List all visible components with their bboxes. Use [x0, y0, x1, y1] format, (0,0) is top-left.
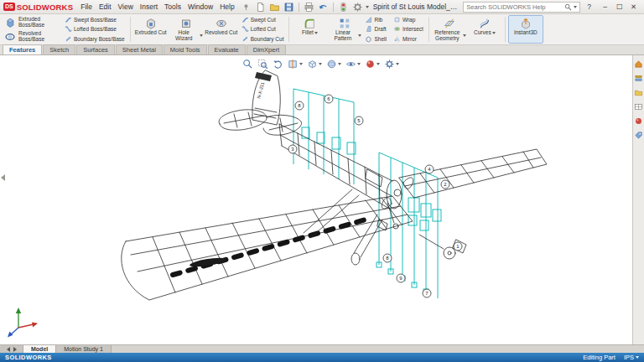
- quick-access-toolbar: [254, 1, 369, 13]
- ribbon-button-revolved-cut[interactable]: Revolved Cut: [204, 15, 239, 44]
- ribbon-button-linear-pattern[interactable]: Linear Pattern: [327, 15, 362, 44]
- menu-insert[interactable]: Insert: [137, 2, 161, 12]
- custom-properties-icon[interactable]: [634, 130, 644, 140]
- callout-balloons[interactable]: 8 6 5 3 4 2 8 9 7 1: [288, 95, 462, 297]
- display-style-icon[interactable]: [325, 58, 343, 70]
- ribbon-button-intersect[interactable]: Intersect: [391, 24, 426, 34]
- tab-scroll-buttons[interactable]: [0, 345, 23, 353]
- pin-menu-icon[interactable]: [242, 3, 250, 11]
- ribbon-button-extruded-cut[interactable]: Extruded Cut: [133, 15, 169, 44]
- view-orientation-icon[interactable]: [305, 58, 324, 70]
- featuremanager-collapse-arrow[interactable]: [1, 174, 5, 181]
- chevron-down-icon[interactable]: [319, 63, 322, 65]
- ribbon-button-extruded-boss[interactable]: Extruded Boss/Base: [2, 16, 62, 29]
- open-icon[interactable]: [268, 1, 281, 13]
- help-icon[interactable]: ?: [584, 3, 594, 11]
- ribbon-button-revolved-boss[interactable]: Revolved Boss/Base: [2, 30, 62, 44]
- design-library-icon[interactable]: [634, 73, 644, 83]
- chevron-down-icon[interactable]: [338, 63, 341, 65]
- save-icon[interactable]: [283, 1, 295, 13]
- ribbon-button-instant3d[interactable]: Instant3D: [508, 15, 543, 44]
- graphics-area[interactable]: N-X-211 8 6 5 3 4 2 8 9 7 1: [0, 55, 644, 344]
- search-icon[interactable]: [564, 3, 572, 11]
- tab-surfaces[interactable]: Surfaces: [76, 44, 115, 54]
- zoom-to-area-icon[interactable]: [256, 58, 270, 70]
- chevron-down-icon[interactable]: [574, 6, 577, 8]
- menu-view[interactable]: View: [115, 2, 137, 12]
- options-gear-icon[interactable]: [351, 1, 364, 13]
- chevron-down-icon[interactable]: [377, 63, 380, 65]
- tab-features[interactable]: Features: [3, 44, 42, 54]
- zoom-to-fit-icon[interactable]: [241, 58, 255, 70]
- chevron-down-icon[interactable]: [396, 63, 399, 65]
- mirror-icon: [393, 35, 401, 43]
- tab-evaluate[interactable]: Evaluate: [208, 44, 246, 54]
- tab-sheet-metal[interactable]: Sheet Metal: [116, 44, 163, 54]
- section-view-icon[interactable]: [286, 58, 304, 70]
- rebuild-icon[interactable]: [337, 1, 350, 13]
- scroll-left-icon[interactable]: [7, 347, 10, 352]
- left-wing[interactable]: [122, 196, 413, 300]
- ribbon-button-draft[interactable]: Draft: [362, 24, 388, 34]
- airframe-linework[interactable]: N-X-211: [122, 70, 547, 300]
- menu-file[interactable]: File: [77, 2, 96, 12]
- tab-motion-study-1[interactable]: Motion Study 1: [56, 345, 112, 353]
- menu-window[interactable]: Window: [184, 2, 216, 12]
- appearances-icon[interactable]: [634, 116, 644, 126]
- new-document-icon[interactable]: [254, 1, 267, 13]
- ribbon-button-swept-boss[interactable]: Swept Boss/Base: [62, 15, 127, 24]
- instant3d-icon: [519, 17, 532, 30]
- undo-icon[interactable]: [317, 1, 330, 13]
- ribbon-button-lofted-boss[interactable]: Lofted Boss/Base: [62, 24, 127, 34]
- ribbon-button-boundary-cut[interactable]: Boundary Cut: [239, 34, 287, 44]
- model-drawing[interactable]: N-X-211 8 6 5 3 4 2 8 9 7 1: [0, 55, 632, 344]
- solidworks-resources-icon[interactable]: [634, 59, 644, 69]
- close-button[interactable]: ✕: [626, 1, 641, 13]
- search-input[interactable]: [466, 3, 563, 11]
- maximize-button[interactable]: ☐: [612, 1, 626, 13]
- tab-dimxpert[interactable]: DimXpert: [247, 44, 286, 54]
- right-wing[interactable]: [399, 149, 547, 198]
- menu-tools[interactable]: Tools: [161, 2, 184, 12]
- tab-mold-tools[interactable]: Mold Tools: [164, 44, 207, 54]
- file-explorer-icon[interactable]: [634, 87, 644, 97]
- ribbon-button-hole-wizard[interactable]: Hole Wizard: [169, 15, 204, 44]
- hide-show-items-icon[interactable]: [344, 58, 362, 70]
- ribbon-button-rib[interactable]: Rib: [362, 15, 388, 24]
- chevron-down-icon[interactable]: [299, 63, 303, 65]
- menu-help[interactable]: Help: [216, 2, 237, 12]
- ribbon-button-mirror[interactable]: Mirror: [391, 34, 426, 44]
- construction-geometry[interactable]: [293, 89, 441, 298]
- help-search-box[interactable]: [463, 2, 580, 13]
- previous-view-icon[interactable]: [271, 58, 285, 70]
- fuselage[interactable]: [279, 124, 392, 209]
- ribbon-button-boundary-boss[interactable]: Boundary Boss/Base: [62, 34, 127, 44]
- extruded-cut-icon: [144, 17, 158, 30]
- view-palette-icon[interactable]: [634, 101, 644, 111]
- tab-model[interactable]: Model: [23, 345, 56, 353]
- units-selector[interactable]: IPS: [624, 354, 639, 361]
- chevron-down-icon: [463, 34, 466, 37]
- minimize-button[interactable]: –: [598, 1, 612, 13]
- print-icon[interactable]: [303, 1, 315, 13]
- ribbon-button-lofted-cut[interactable]: Lofted Cut: [239, 24, 287, 34]
- edit-appearance-icon[interactable]: [363, 58, 382, 70]
- chevron-up-icon[interactable]: [636, 356, 639, 359]
- lofted-cut-icon: [242, 25, 249, 33]
- ribbon-button-shell[interactable]: Shell: [362, 34, 388, 44]
- callout: 8: [295, 101, 304, 110]
- chevron-down-icon[interactable]: [357, 63, 361, 65]
- ribbon-button-curves[interactable]: Curves: [467, 15, 502, 44]
- scroll-right-icon[interactable]: [13, 347, 17, 352]
- chevron-down-icon[interactable]: [366, 6, 369, 8]
- ribbon-button-reference-geometry[interactable]: Reference Geometry: [432, 15, 467, 44]
- task-pane-strip: [632, 55, 644, 344]
- tab-sketch[interactable]: Sketch: [43, 44, 75, 54]
- view-settings-icon[interactable]: [382, 58, 401, 70]
- ribbon-button-wrap[interactable]: Wrap: [391, 15, 426, 24]
- ribbon-button-swept-cut[interactable]: Swept Cut: [239, 15, 287, 24]
- ribbon-button-fillet[interactable]: Fillet: [292, 15, 327, 44]
- menu-edit[interactable]: Edit: [96, 2, 115, 12]
- horizontal-stabilizer[interactable]: [219, 110, 302, 135]
- callout: 3: [288, 145, 297, 153]
